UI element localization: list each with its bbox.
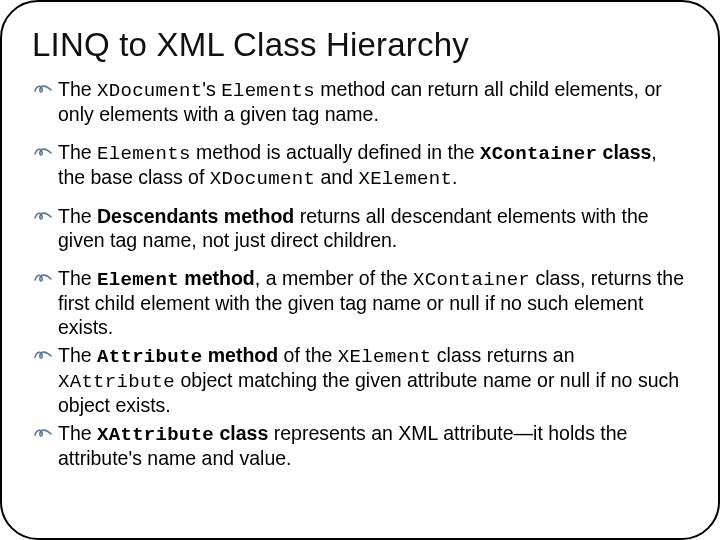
text-bold: class [597,141,651,163]
text: The [58,422,97,444]
text: class returns an [431,344,574,366]
code: Elements [97,143,191,165]
list-item: The Elements method is actually defined … [34,141,686,191]
code: XElement [338,346,432,368]
list-item: The XDocument's Elements method can retu… [34,78,686,127]
text: . [452,166,457,188]
text: The [58,78,97,100]
code-bold: XContainer [480,143,597,165]
code: XDocument [210,168,315,190]
list-item: The Element method, a member of the XCon… [34,267,686,340]
text: The [58,267,97,289]
text: of the [278,344,338,366]
text-bold: Descendants method [97,205,294,227]
code-bold: Element [97,269,179,291]
code: XDocument [97,80,202,102]
code: XContainer [413,269,530,291]
text: , a member of the [255,267,413,289]
text-bold: method [179,267,255,289]
slide-title: LINQ to XML Class Hierarchy [32,26,690,64]
text: and [315,166,358,188]
text-bold: class [214,422,268,444]
code: Elements [221,80,315,102]
list-item: The XAttribute class represents an XML a… [34,422,686,471]
slide-frame: LINQ to XML Class Hierarchy The XDocumen… [0,0,720,540]
code-bold: Attribute [97,346,202,368]
bullet-list: The XDocument's Elements method can retu… [30,78,690,471]
code-bold: XAttribute [97,424,214,446]
text: The [58,205,97,227]
code: XElement [358,168,452,190]
list-item: The Attribute method of the XElement cla… [34,344,686,418]
text: method is actually defined in the [191,141,480,163]
code: XAttribute [58,371,175,393]
text: The [58,141,97,163]
text: 's [202,78,221,100]
text: The [58,344,97,366]
list-item: The Descendants method returns all desce… [34,205,686,253]
text-bold: method [202,344,278,366]
